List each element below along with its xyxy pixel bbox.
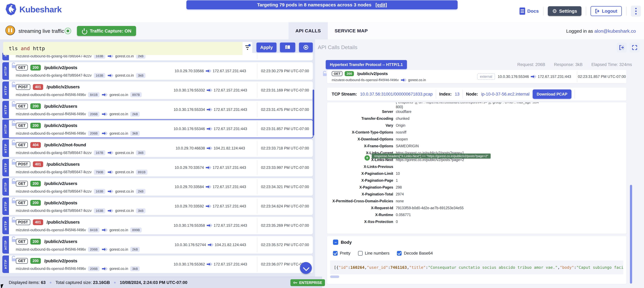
source-ip: 10.0.30.176:55334: [174, 108, 205, 112]
index-value: 13: [455, 92, 460, 97]
option-line-numbers[interactable]: Line numbers: [358, 251, 390, 256]
request-size-badge: 841B: [88, 92, 100, 97]
header-row: X-Permitted-Cross-Domain-Policies none: [327, 198, 626, 205]
collapse-body-toggle[interactable]: –: [333, 240, 338, 245]
collapse-panel-button[interactable]: [617, 42, 627, 52]
logout-button[interactable]: Logout: [590, 6, 622, 16]
source-pod: mizutest-outbound-tls-openssl-ff45f46-f4…: [16, 228, 86, 232]
node-link[interactable]: ip-10-0-37-56.ec2.internal: [481, 92, 530, 97]
enterprise-badge[interactable]: ENTERPRISE: [290, 279, 325, 286]
separator-dot: [114, 282, 116, 284]
api-call-row[interactable]: HTTP GET 200 /public/v2/posts mizutest-o…: [2, 198, 313, 215]
header-key: X-Pagination-Limit: [327, 172, 393, 176]
pause-button[interactable]: [5, 26, 15, 35]
elapsed-time-stat: Elapsed Time: 324ms: [591, 62, 632, 67]
request-path: /public/v2/posts: [44, 65, 78, 70]
destination-ip: 172.67.157.231:443: [538, 74, 571, 79]
header-value: 0: [396, 220, 623, 224]
scroll-to-bottom-button[interactable]: [300, 262, 312, 274]
download-pcap-button[interactable]: Download PCAP: [533, 90, 572, 99]
header-key: X-Runtime: [327, 213, 393, 217]
api-call-row[interactable]: HTTP GET 404 /public/v2/not-found mizute…: [2, 140, 313, 157]
checkbox-unchecked-icon[interactable]: [358, 251, 363, 256]
api-call-row[interactable]: HTTP GET 200 /public/v2/posts mizutest-o…: [2, 256, 313, 273]
tcp-stream-bar: TCP Stream: 10.0.37.56:31001/00000067183…: [327, 88, 626, 101]
pcap-link[interactable]: 10.0.37.56:31001/000000671833.pcap: [360, 92, 433, 97]
api-call-row[interactable]: HTTP POST 401 /public/v2/users mizutest-…: [2, 159, 313, 176]
unlocked-padlock-icon: [12, 236, 16, 242]
apply-button[interactable]: Apply: [256, 42, 276, 52]
query-library-button[interactable]: [280, 42, 295, 52]
ip-pair: 10.0.30.176:55358 172.67.157.231:443: [168, 217, 252, 234]
arrow-right-icon: [102, 267, 107, 271]
arrow-right-icon: [206, 108, 212, 112]
filter-options-button[interactable]: [242, 42, 252, 55]
record-button[interactable]: [299, 42, 313, 52]
option-pretty[interactable]: Pretty: [333, 251, 350, 256]
api-call-row[interactable]: HTTP POST 401 /public/v2/users mizutest-…: [2, 82, 313, 99]
header-key: X-Pagination-Page: [327, 178, 393, 182]
header-row: Server cloudflare: [327, 108, 626, 115]
header-key: X-Frame-Options: [327, 144, 393, 148]
source-ip: 10.0.29.70:33592: [175, 204, 204, 208]
list-scrollbar[interactable]: [312, 90, 314, 136]
response-size-badge: 3kB: [130, 131, 140, 136]
status-badge: 401: [33, 219, 43, 225]
option-decode-base64[interactable]: Decode Base64: [397, 251, 433, 256]
header-value: 1: [396, 178, 623, 182]
banner-edit-link[interactable]: [edit]: [376, 2, 387, 8]
ip-pair: 10.0.29.70:46638 104.21.82.124:443: [168, 140, 252, 157]
destination-host: gorest.co.in: [110, 112, 128, 116]
response-size-badge: 2kB: [130, 112, 140, 117]
add-to-query-button[interactable]: +: [364, 155, 370, 160]
method-badge: POST: [16, 161, 30, 167]
checkbox-checked-icon[interactable]: [333, 251, 338, 256]
arrow-right-icon: [108, 209, 113, 213]
capture-timestamp: 10/08/2024, 2:24:03 PM UTC-07:00: [120, 280, 187, 285]
filter-query-input[interactable]: tls and http: [3, 42, 242, 55]
details-panel-title: API Calls Details: [318, 44, 357, 50]
checkbox-checked-icon[interactable]: [397, 251, 402, 256]
docs-link[interactable]: Docs: [520, 8, 539, 15]
logged-in-user[interactable]: alon@kubeshark.co: [594, 28, 636, 34]
fullscreen-button[interactable]: [630, 42, 640, 52]
status-badge: 404: [30, 142, 41, 148]
details-scrollbar[interactable]: [630, 185, 632, 284]
header-row: X-Content-Type-Options nosniff: [327, 129, 626, 136]
top-bar: Kubeshark Targeting 79 pods in 8 namespa…: [0, 0, 644, 22]
request-size-badge: 206B: [88, 131, 100, 136]
api-call-row[interactable]: HTTP GET 200 /public/v2/posts mizutest-o…: [2, 120, 313, 138]
header-row: X-Pagination-Pages 298: [327, 184, 626, 191]
header-row: X-Xss-Protection 0: [327, 218, 626, 225]
response-size-badge: 899B: [130, 228, 142, 232]
api-call-row[interactable]: HTTP GET 200 /public/v2/users mizutest-o…: [2, 178, 313, 196]
unlocked-padlock-icon: [12, 178, 16, 184]
divider: [257, 53, 257, 59]
request-size-stat: Request: 206B: [517, 62, 545, 67]
more-menu-button[interactable]: [631, 6, 641, 16]
code-horizontal-scrollbar[interactable]: [330, 276, 339, 278]
response-body-code[interactable]: [{"id":160264,"user_id":7461163,"title":…: [330, 260, 623, 274]
status-badge: 200: [30, 181, 41, 186]
response-size-badge: 891B: [136, 170, 148, 175]
header-value: SAMEORIGIN: [396, 144, 623, 148]
tab-service-map[interactable]: SERVICE MAP: [328, 22, 375, 40]
kubeshark-logo[interactable]: Kubeshark: [5, 3, 62, 16]
ip-pair: 10.0.30.176:52744 104.21.82.124:443: [168, 236, 252, 254]
traffic-capture-toggle[interactable]: Traffic Capture: ON: [77, 26, 136, 36]
call-timestamp: 02:23:35.572 PM UTC-07:00: [257, 236, 313, 254]
api-call-row[interactable]: HTTP GET 200 /public/v2/users mizutest-o…: [2, 236, 313, 254]
destination-host: gorest.co.in: [115, 208, 134, 213]
arrow-right-icon: [208, 243, 213, 247]
source-ip: 10.0.30.176:55358: [174, 223, 205, 228]
tab-api-calls[interactable]: API CALLS: [288, 22, 328, 40]
source-pod: mizutest-outbound-tls-openssl-ff45f46-f4…: [16, 131, 86, 136]
api-call-row[interactable]: HTTP GET 200 /public/v2/posts mizutest-o…: [2, 62, 313, 80]
api-call-row[interactable]: HTTP GET 200 /public/v2/users mizutest-o…: [2, 101, 313, 118]
request-path: /public/v2/users: [44, 181, 78, 186]
source-ip: 10.0.30.176:55346: [174, 127, 205, 131]
arrow-right-icon: [108, 190, 113, 193]
unlocked-padlock-icon: [12, 101, 16, 107]
api-call-row[interactable]: HTTP POST 401 /public/v2/users mizutest-…: [2, 217, 313, 234]
settings-button[interactable]: ⚙ Settings: [548, 6, 582, 16]
